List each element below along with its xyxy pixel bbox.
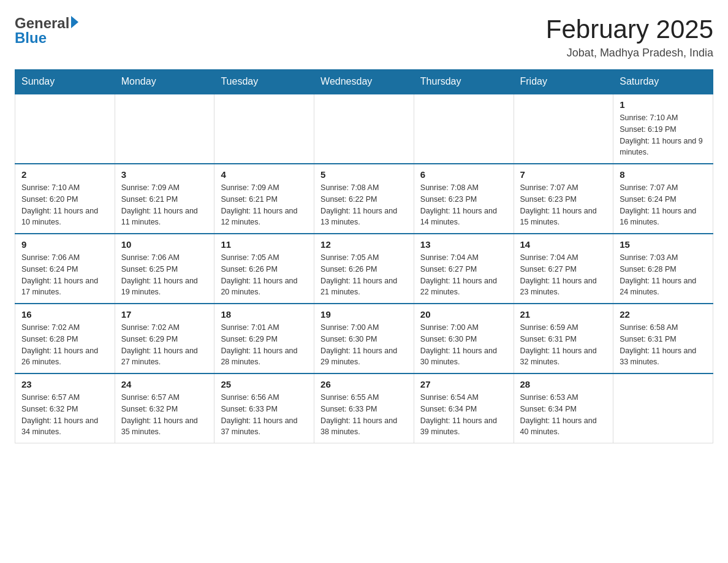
table-row: 18Sunrise: 7:01 AMSunset: 6:29 PMDayligh… [214,304,314,373]
title-section: February 2025 Jobat, Madhya Pradesh, Ind… [546,15,713,59]
day-info: Sunrise: 7:06 AMSunset: 6:24 PMDaylight:… [21,252,108,298]
day-number: 17 [121,309,208,320]
day-info: Sunrise: 7:09 AMSunset: 6:21 PMDaylight:… [121,182,208,228]
day-number: 8 [620,169,707,180]
table-row: 21Sunrise: 6:59 AMSunset: 6:31 PMDayligh… [514,304,613,373]
day-number: 5 [320,169,408,180]
day-info: Sunrise: 7:08 AMSunset: 6:22 PMDaylight:… [320,182,408,228]
day-number: 20 [420,309,507,320]
day-info: Sunrise: 6:56 AMSunset: 6:33 PMDaylight:… [221,392,308,438]
day-number: 12 [320,239,408,250]
day-number: 7 [520,169,607,180]
day-number: 18 [221,309,308,320]
logo: General Blue [15,15,78,47]
table-row [514,94,613,164]
day-info: Sunrise: 6:55 AMSunset: 6:33 PMDaylight:… [320,392,408,438]
table-row: 2Sunrise: 7:10 AMSunset: 6:20 PMDaylight… [15,164,115,234]
day-info: Sunrise: 6:54 AMSunset: 6:34 PMDaylight:… [420,392,507,438]
table-row: 10Sunrise: 7:06 AMSunset: 6:25 PMDayligh… [115,234,214,304]
location-text: Jobat, Madhya Pradesh, India [546,47,713,59]
day-info: Sunrise: 7:06 AMSunset: 6:25 PMDaylight:… [121,252,208,298]
table-row: 13Sunrise: 7:04 AMSunset: 6:27 PMDayligh… [414,234,514,304]
month-title: February 2025 [546,15,713,44]
table-row [414,94,514,164]
table-row [115,94,214,164]
logo-blue-text: Blue [15,29,47,47]
logo-arrow-icon [71,16,78,28]
day-number: 1 [620,99,707,110]
col-saturday: Saturday [613,70,713,94]
table-row [15,94,115,164]
table-row [214,94,314,164]
day-number: 26 [320,379,408,389]
page-header: General Blue February 2025 Jobat, Madhya… [15,15,713,59]
day-number: 21 [520,309,607,320]
day-info: Sunrise: 7:05 AMSunset: 6:26 PMDaylight:… [221,252,308,298]
day-number: 11 [221,239,308,250]
table-row: 6Sunrise: 7:08 AMSunset: 6:23 PMDaylight… [414,164,514,234]
day-number: 25 [221,379,308,389]
calendar-table: Sunday Monday Tuesday Wednesday Thursday… [15,69,713,443]
table-row: 24Sunrise: 6:57 AMSunset: 6:32 PMDayligh… [115,373,214,443]
day-info: Sunrise: 7:08 AMSunset: 6:23 PMDaylight:… [420,182,507,228]
calendar-header-row: Sunday Monday Tuesday Wednesday Thursday… [15,70,713,94]
day-number: 9 [21,239,108,250]
col-monday: Monday [115,70,214,94]
day-number: 19 [320,309,408,320]
day-number: 27 [420,379,507,389]
day-info: Sunrise: 7:00 AMSunset: 6:30 PMDaylight:… [420,322,507,368]
table-row: 5Sunrise: 7:08 AMSunset: 6:22 PMDaylight… [314,164,414,234]
col-thursday: Thursday [414,70,514,94]
table-row: 26Sunrise: 6:55 AMSunset: 6:33 PMDayligh… [314,373,414,443]
day-info: Sunrise: 7:07 AMSunset: 6:23 PMDaylight:… [520,182,607,228]
day-number: 6 [420,169,507,180]
table-row: 11Sunrise: 7:05 AMSunset: 6:26 PMDayligh… [214,234,314,304]
table-row: 3Sunrise: 7:09 AMSunset: 6:21 PMDaylight… [115,164,214,234]
day-number: 10 [121,239,208,250]
table-row: 9Sunrise: 7:06 AMSunset: 6:24 PMDaylight… [15,234,115,304]
day-info: Sunrise: 6:57 AMSunset: 6:32 PMDaylight:… [121,392,208,438]
table-row [314,94,414,164]
calendar-week-row: 1Sunrise: 7:10 AMSunset: 6:19 PMDaylight… [15,94,713,164]
day-info: Sunrise: 6:58 AMSunset: 6:31 PMDaylight:… [620,322,707,368]
day-info: Sunrise: 7:05 AMSunset: 6:26 PMDaylight:… [320,252,408,298]
day-number: 24 [121,379,208,389]
day-number: 28 [520,379,607,389]
day-info: Sunrise: 7:00 AMSunset: 6:30 PMDaylight:… [320,322,408,368]
table-row: 27Sunrise: 6:54 AMSunset: 6:34 PMDayligh… [414,373,514,443]
table-row: 1Sunrise: 7:10 AMSunset: 6:19 PMDaylight… [613,94,713,164]
day-info: Sunrise: 7:04 AMSunset: 6:27 PMDaylight:… [520,252,607,298]
table-row: 23Sunrise: 6:57 AMSunset: 6:32 PMDayligh… [15,373,115,443]
col-sunday: Sunday [15,70,115,94]
day-info: Sunrise: 7:04 AMSunset: 6:27 PMDaylight:… [420,252,507,298]
day-info: Sunrise: 7:10 AMSunset: 6:19 PMDaylight:… [620,112,707,158]
day-info: Sunrise: 6:53 AMSunset: 6:34 PMDaylight:… [520,392,607,438]
day-number: 15 [620,239,707,250]
table-row: 19Sunrise: 7:00 AMSunset: 6:30 PMDayligh… [314,304,414,373]
day-number: 16 [21,309,108,320]
day-info: Sunrise: 7:03 AMSunset: 6:28 PMDaylight:… [620,252,707,298]
day-info: Sunrise: 7:09 AMSunset: 6:21 PMDaylight:… [221,182,308,228]
day-number: 4 [221,169,308,180]
table-row: 7Sunrise: 7:07 AMSunset: 6:23 PMDaylight… [514,164,613,234]
day-number: 23 [21,379,108,389]
table-row: 4Sunrise: 7:09 AMSunset: 6:21 PMDaylight… [214,164,314,234]
table-row: 15Sunrise: 7:03 AMSunset: 6:28 PMDayligh… [613,234,713,304]
col-tuesday: Tuesday [214,70,314,94]
day-number: 22 [620,309,707,320]
table-row: 20Sunrise: 7:00 AMSunset: 6:30 PMDayligh… [414,304,514,373]
day-number: 2 [21,169,108,180]
calendar-week-row: 2Sunrise: 7:10 AMSunset: 6:20 PMDaylight… [15,164,713,234]
day-info: Sunrise: 7:07 AMSunset: 6:24 PMDaylight:… [620,182,707,228]
table-row: 8Sunrise: 7:07 AMSunset: 6:24 PMDaylight… [613,164,713,234]
day-info: Sunrise: 7:02 AMSunset: 6:29 PMDaylight:… [121,322,208,368]
table-row [613,373,713,443]
day-info: Sunrise: 6:59 AMSunset: 6:31 PMDaylight:… [520,322,607,368]
calendar-week-row: 16Sunrise: 7:02 AMSunset: 6:28 PMDayligh… [15,304,713,373]
col-friday: Friday [514,70,613,94]
day-info: Sunrise: 6:57 AMSunset: 6:32 PMDaylight:… [21,392,108,438]
day-info: Sunrise: 7:01 AMSunset: 6:29 PMDaylight:… [221,322,308,368]
day-number: 3 [121,169,208,180]
day-number: 13 [420,239,507,250]
day-info: Sunrise: 7:10 AMSunset: 6:20 PMDaylight:… [21,182,108,228]
